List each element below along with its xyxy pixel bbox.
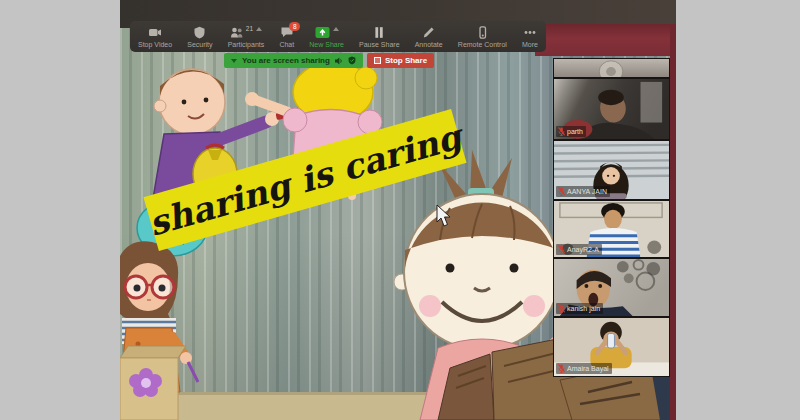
screen-share-bar: You are screen sharing Stop Share [224, 53, 434, 68]
screenshot-root: sharing is caring Stop Video Security [0, 0, 800, 420]
shield-icon [193, 26, 206, 39]
cartoon-boy [137, 69, 289, 256]
participants-button[interactable]: 21 Participants [228, 26, 265, 48]
participant-name: parth [567, 128, 583, 136]
chevron-up-icon[interactable] [256, 27, 262, 31]
more-label: More [522, 41, 538, 48]
muted-mic-icon [558, 187, 565, 196]
participants-count: 21 [246, 25, 253, 32]
laptop-photo: sharing is caring Stop Video Security [120, 0, 676, 420]
participant-tile[interactable]: parth [553, 78, 670, 140]
more-button[interactable]: More [522, 26, 538, 48]
annotate-button[interactable]: Annotate [415, 26, 443, 48]
caption-banner-text: sharing is caring [144, 115, 470, 244]
shield-check-icon[interactable] [348, 56, 356, 65]
screen-share-status-text: You are screen sharing [242, 56, 330, 65]
letterbox-right [676, 0, 800, 420]
pause-icon [373, 26, 385, 39]
pause-share-button[interactable]: Pause Share [359, 26, 399, 48]
caption-banner: sharing is caring [142, 107, 472, 251]
participants-label: Participants [228, 41, 265, 48]
chat-button[interactable]: 8 Chat [279, 26, 294, 48]
floor [120, 394, 676, 420]
speaker-icon[interactable] [335, 57, 343, 65]
cartoon-girl-glasses [120, 241, 198, 392]
participant-nametag: kanish jain [556, 303, 603, 314]
participant-name: AANYA JAIN [567, 188, 607, 196]
new-share-button[interactable]: New Share [309, 26, 344, 48]
muted-mic-icon [558, 364, 565, 373]
chat-label: Chat [279, 41, 294, 48]
participant-nametag: parth [556, 126, 586, 137]
participant-tile[interactable]: AnayR2-A [553, 200, 670, 258]
zoom-toolbar: Stop Video Security 21 Participants 8 Ch… [130, 21, 546, 52]
letterbox-left [0, 0, 120, 420]
share-screen-icon [315, 26, 330, 39]
stop-share-label: Stop Share [385, 56, 427, 65]
new-share-label: New Share [309, 41, 344, 48]
muted-mic-icon [558, 245, 565, 254]
pause-share-label: Pause Share [359, 41, 399, 48]
video-camera-icon [148, 26, 162, 39]
participant-name: kanish jain [567, 305, 600, 313]
floor-edge [120, 392, 676, 395]
mouse-cursor-icon [437, 205, 450, 226]
security-button[interactable]: Security [187, 26, 212, 48]
chat-unread-badge: 8 [289, 22, 300, 31]
chevron-up-icon[interactable] [333, 27, 339, 31]
stop-icon [374, 57, 381, 64]
participant-nametag: AANYA JAIN [556, 186, 610, 197]
cartoon-girl-blonde [245, 62, 382, 196]
ellipsis-icon [523, 26, 537, 39]
stop-video-label: Stop Video [138, 41, 172, 48]
participant-tile-partial[interactable] [553, 58, 670, 78]
cardboard-box [120, 346, 186, 420]
background-red-surface [535, 24, 676, 56]
participant-name: AnayR2-A [567, 246, 599, 254]
chevron-down-icon[interactable] [231, 59, 237, 63]
remote-control-label: Remote Control [458, 41, 507, 48]
participants-strip: parth AANYA JAIN [553, 58, 670, 377]
participant-tile[interactable]: kanish jain [553, 258, 670, 317]
stop-video-button[interactable]: Stop Video [138, 26, 172, 48]
participant-name: Amaira Bayal [567, 365, 609, 373]
flower-decal [129, 368, 162, 397]
participant-nametag: AnayR2-A [556, 244, 602, 255]
participant-video-partial [554, 59, 669, 77]
participants-icon [230, 26, 243, 39]
muted-mic-icon [558, 127, 565, 136]
participant-tile[interactable]: AANYA JAIN [553, 140, 670, 200]
annotate-label: Annotate [415, 41, 443, 48]
muted-mic-icon [558, 304, 565, 313]
stop-share-button[interactable]: Stop Share [367, 53, 434, 68]
remote-control-button[interactable]: Remote Control [458, 26, 507, 48]
remote-control-icon [476, 26, 489, 39]
pencil-icon [422, 26, 435, 39]
participant-nametag: Amaira Bayal [556, 363, 612, 374]
security-label: Security [187, 41, 212, 48]
participant-tile[interactable]: Amaira Bayal [553, 317, 670, 377]
screen-share-status: You are screen sharing [224, 53, 363, 68]
